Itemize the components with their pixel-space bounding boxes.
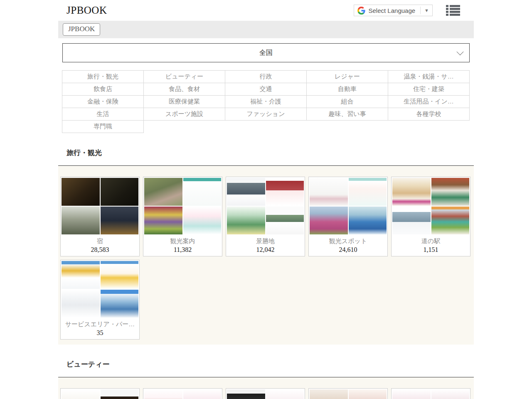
thumbnail-grid	[310, 178, 387, 234]
subcategory-card[interactable]	[60, 388, 140, 399]
category-link[interactable]: 自動車	[306, 83, 388, 96]
thumbnail-image	[144, 207, 182, 234]
category-link[interactable]: ビューティー	[143, 70, 225, 83]
card-count: 11,382	[144, 245, 221, 254]
subcategory-card[interactable]: サービスエリア・パー… 35	[60, 260, 140, 340]
subcategory-card[interactable]: 宿 28,583	[60, 177, 140, 256]
category-link[interactable]: 行政	[225, 70, 307, 83]
thumbnail-image	[392, 207, 431, 234]
card-count: 24,610	[310, 245, 387, 254]
thumbnail-grid	[310, 389, 387, 399]
site-title: JPBOOK	[58, 5, 107, 16]
google-translate-widget[interactable]: Select Language ▼	[354, 5, 433, 16]
thumbnail-image	[101, 178, 139, 206]
cards-area	[58, 377, 474, 399]
breadcrumb-home-button[interactable]: JPBOOK	[63, 23, 100, 36]
thumbnail-image	[392, 389, 431, 399]
page: JPBOOK Select Language ▼	[58, 0, 474, 399]
card-label: 観光案内	[144, 236, 221, 245]
category-link[interactable]: 医療保健業	[143, 95, 225, 108]
thumbnail-grid	[62, 261, 138, 318]
category-link[interactable]: 食品、食材	[143, 83, 225, 96]
card-label: 景勝地	[227, 236, 304, 245]
card-label: サービスエリア・パー…	[62, 320, 138, 328]
thumbnail-image	[62, 290, 100, 318]
category-link[interactable]: スポーツ施設	[143, 108, 225, 121]
google-icon	[357, 7, 365, 15]
thumbnail-image	[101, 207, 139, 234]
thumbnail-image	[431, 178, 470, 206]
header: JPBOOK Select Language ▼	[58, 0, 474, 21]
subcategory-card[interactable]	[308, 388, 388, 399]
subcategory-card[interactable]: 景勝地 12,042	[226, 177, 305, 256]
thumbnail-image	[101, 261, 139, 289]
thumbnail-image	[101, 389, 139, 399]
thumbnail-image	[62, 389, 100, 399]
category-link[interactable]: 趣味、習い事	[306, 108, 388, 121]
breadcrumb: JPBOOK	[58, 21, 474, 38]
category-link[interactable]: 金融・保険	[62, 95, 144, 108]
chevron-down-icon	[457, 48, 464, 55]
thumbnail-grid	[227, 389, 304, 399]
thumbnail-grid	[62, 178, 138, 234]
thumbnail-image	[227, 178, 265, 206]
card-count: 35	[62, 328, 138, 337]
category-link[interactable]: ファッション	[225, 108, 307, 121]
category-section: ビューティー	[58, 360, 474, 399]
thumbnail-image	[183, 389, 222, 399]
section-title: ビューティー	[58, 360, 474, 369]
category-link[interactable]: 各種学校	[388, 108, 470, 121]
category-link[interactable]: 交通	[225, 83, 307, 96]
region-select-value: 全国	[259, 49, 273, 57]
thumbnail-image	[144, 389, 182, 399]
category-link[interactable]: 生活	[62, 108, 144, 121]
thumbnail-image	[227, 207, 265, 234]
card-label: 道の駅	[392, 236, 469, 245]
subcategory-card[interactable]: 観光スポット 24,610	[308, 177, 388, 256]
card-label: 宿	[62, 236, 138, 245]
thumbnail-image	[349, 178, 387, 206]
section-title: 旅行・観光	[58, 148, 474, 158]
thumbnail-image	[349, 389, 387, 399]
thumbnail-image	[183, 207, 222, 234]
cards-area: 宿 28,583 観光案内 11,382 景勝地 12,042 観光スポット 2…	[58, 166, 474, 345]
category-link[interactable]: 住宅・建築	[388, 83, 470, 96]
subcategory-card[interactable]	[143, 388, 222, 399]
card-count: 1,151	[392, 245, 469, 254]
category-link[interactable]: 生活用品・イン…	[388, 95, 470, 108]
region-select[interactable]: 全国	[62, 43, 470, 62]
thumbnail-image	[392, 178, 431, 206]
category-link[interactable]: 飲食店	[62, 83, 144, 96]
translate-label: Select Language	[369, 7, 416, 14]
subcategory-card[interactable]: 道の駅 1,151	[391, 177, 470, 256]
category-link[interactable]: 温泉・銭湯・サ…	[388, 70, 470, 83]
thumbnail-image	[431, 389, 470, 399]
divider	[420, 7, 421, 14]
category-link[interactable]: レジャー	[306, 70, 388, 83]
list-menu-icon[interactable]	[446, 5, 460, 16]
thumbnail-grid	[144, 389, 221, 399]
category-sections: 旅行・観光 宿 28,583 観光案内 11,382 景勝地 12,042	[58, 148, 474, 399]
category-link[interactable]: 専門職	[62, 120, 144, 133]
thumbnail-image	[62, 178, 100, 206]
thumbnail-image	[266, 389, 304, 399]
thumbnail-image	[266, 207, 304, 234]
thumbnail-image	[183, 178, 222, 206]
subcategory-card[interactable]	[226, 388, 305, 399]
card-label: 観光スポット	[310, 236, 387, 245]
thumbnail-grid	[62, 389, 138, 399]
subcategory-card[interactable]: 観光案内 11,382	[143, 177, 222, 256]
thumbnail-image	[101, 290, 139, 318]
thumbnail-image	[349, 207, 387, 234]
header-actions: Select Language ▼	[354, 5, 474, 16]
thumbnail-image	[144, 178, 182, 206]
thumbnail-image	[431, 207, 470, 234]
subcategory-card[interactable]	[391, 388, 470, 399]
thumbnail-grid	[227, 178, 304, 234]
category-link[interactable]: 旅行・観光	[62, 70, 144, 83]
thumbnail-image	[310, 389, 348, 399]
category-link[interactable]: 福祉・介護	[225, 95, 307, 108]
thumbnail-image	[62, 261, 100, 289]
category-link[interactable]: 組合	[306, 95, 388, 108]
thumbnail-image	[266, 178, 304, 206]
